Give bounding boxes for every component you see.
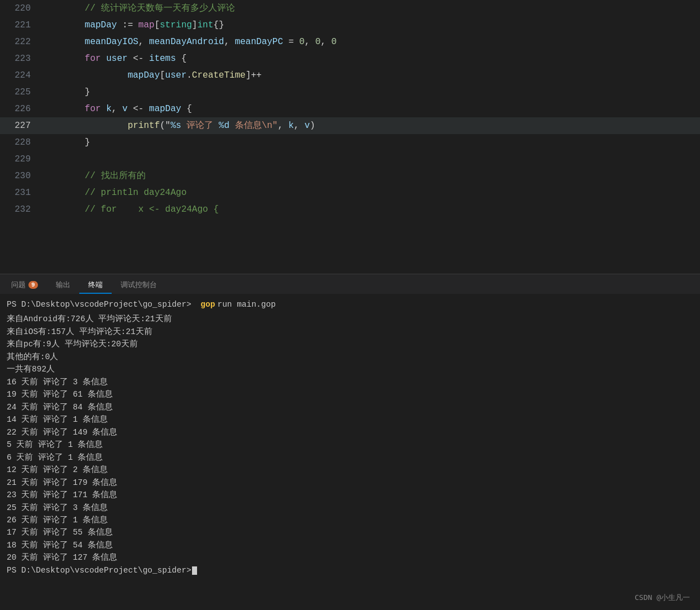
terminal-line: 12 天前 评论了 2 条信息 xyxy=(7,464,693,476)
line-content: for user <- items { xyxy=(42,50,700,67)
code-line-232: 232 // for x <- day24Ago { xyxy=(0,201,700,218)
terminal-line: 22 天前 评论了 149 条信息 xyxy=(7,426,693,439)
line-number: 221 xyxy=(0,17,42,34)
line-number: 229 xyxy=(0,151,42,168)
terminal-line: 来自Android有:726人 平均评论天:21天前 xyxy=(7,313,693,325)
terminal-line: 25 天前 评论了 3 条信息 xyxy=(7,502,693,514)
terminal-line: 23 天前 评论了 171 条信息 xyxy=(7,489,693,501)
terminal-line: 19 天前 评论了 61 条信息 xyxy=(7,388,693,401)
code-line-228: 228 } xyxy=(0,134,700,151)
line-content: mapDay[user.CreateTime]++ xyxy=(42,67,700,84)
line-content: // for x <- day24Ago { xyxy=(42,201,700,218)
code-lines: 220 // 统计评论天数每一天有多少人评论221 mapDay := map[… xyxy=(0,0,700,218)
terminal-final-prompt: PS D:\Desktop\vscodeProject\go_spider> xyxy=(7,564,693,576)
code-line-229: 229 xyxy=(0,151,700,168)
line-content: // 找出所有的 xyxy=(42,168,700,184)
tab-problems-badge: 9 xyxy=(28,281,38,289)
code-line-225: 225 } xyxy=(0,84,700,101)
code-line-226: 226 for k, v <- mapDay { xyxy=(0,101,700,117)
terminal-line: 其他的有:0人 xyxy=(7,351,693,363)
terminal-line: 20 天前 评论了 127 条信息 xyxy=(7,551,693,564)
code-line-224: 224 mapDay[user.CreateTime]++ xyxy=(0,67,700,84)
line-number: 228 xyxy=(0,134,42,151)
line-content: // println day24Ago xyxy=(42,184,700,201)
tab-output[interactable]: 输出 xyxy=(47,277,79,294)
terminal-line: 14 天前 评论了 1 条信息 xyxy=(7,413,693,426)
terminal-line: 24 天前 评论了 84 条信息 xyxy=(7,401,693,413)
line-number: 230 xyxy=(0,168,42,184)
terminal-line: 来自pc有:9人 平均评论天:20天前 xyxy=(7,338,693,350)
line-number: 231 xyxy=(0,184,42,201)
code-line-231: 231 // println day24Ago xyxy=(0,184,700,201)
prompt-cmd: gop xyxy=(200,298,215,311)
code-line-230: 230 // 找出所有的 xyxy=(0,168,700,184)
terminal-area: PS D:\Desktop\vscodeProject\go_spider> g… xyxy=(0,294,700,610)
tab-terminal-label: 终端 xyxy=(88,280,103,290)
line-content: } xyxy=(42,134,700,151)
prompt-args: run main.gop xyxy=(217,298,275,311)
final-prompt-text: PS D:\Desktop\vscodeProject\go_spider> xyxy=(7,564,191,576)
terminal-line: 来自iOS有:157人 平均评论天:21天前 xyxy=(7,326,693,338)
terminal-line: 26 天前 评论了 1 条信息 xyxy=(7,514,693,526)
terminal-prompt: PS D:\Desktop\vscodeProject\go_spider> g… xyxy=(7,298,693,311)
line-number: 220 xyxy=(0,0,42,17)
terminal-line: 16 天前 评论了 3 条信息 xyxy=(7,376,693,388)
line-content: mapDay := map[string]int{} xyxy=(42,17,700,34)
terminal-line: 6 天前 评论了 1 条信息 xyxy=(7,451,693,464)
line-content: // 统计评论天数每一天有多少人评论 xyxy=(42,0,700,17)
terminal-line: 21 天前 评论了 179 条信息 xyxy=(7,476,693,489)
line-number: 224 xyxy=(0,67,42,84)
terminal-output: 来自Android有:726人 平均评论天:21天前来自iOS有:157人 平均… xyxy=(7,313,693,564)
code-line-223: 223 for user <- items { xyxy=(0,50,700,67)
prompt-path: PS D:\Desktop\vscodeProject\go_spider> xyxy=(7,298,191,311)
terminal-cursor xyxy=(192,566,197,575)
line-content: meanDayIOS, meanDayAndroid, meanDayPC = … xyxy=(42,34,700,50)
terminal-line: 17 天前 评论了 55 条信息 xyxy=(7,526,693,538)
terminal-line: 5 天前 评论了 1 条信息 xyxy=(7,439,693,451)
tab-problems-label: 问题 xyxy=(11,280,26,290)
tab-debug-label: 调试控制台 xyxy=(121,280,157,290)
tab-terminal[interactable]: 终端 xyxy=(79,277,112,294)
terminal-line: 一共有892人 xyxy=(7,363,693,375)
code-line-222: 222 meanDayIOS, meanDayAndroid, meanDayP… xyxy=(0,34,700,50)
tab-problems[interactable]: 问题9 xyxy=(2,277,47,294)
line-number: 232 xyxy=(0,201,42,218)
line-number: 227 xyxy=(0,117,42,134)
line-content: } xyxy=(42,84,700,101)
watermark: CSDN @小生凡一 xyxy=(635,592,690,603)
line-number: 225 xyxy=(0,84,42,101)
code-line-227: 227 printf("%s 评论了 %d 条信息\n", k, v) xyxy=(0,117,700,134)
line-number: 226 xyxy=(0,101,42,117)
code-line-221: 221 mapDay := map[string]int{} xyxy=(0,17,700,34)
code-line-220: 220 // 统计评论天数每一天有多少人评论 xyxy=(0,0,700,17)
tab-output-label: 输出 xyxy=(56,280,70,290)
line-number: 223 xyxy=(0,50,42,67)
tab-debug[interactable]: 调试控制台 xyxy=(112,277,166,294)
code-editor: 220 // 统计评论天数每一天有多少人评论221 mapDay := map[… xyxy=(0,0,700,274)
line-content: printf("%s 评论了 %d 条信息\n", k, v) xyxy=(42,117,700,134)
terminal-line: 18 天前 评论了 54 条信息 xyxy=(7,539,693,551)
line-content: for k, v <- mapDay { xyxy=(42,101,700,117)
line-number: 222 xyxy=(0,34,42,50)
panel-tabs: 问题9输出终端调试控制台 xyxy=(0,274,700,294)
